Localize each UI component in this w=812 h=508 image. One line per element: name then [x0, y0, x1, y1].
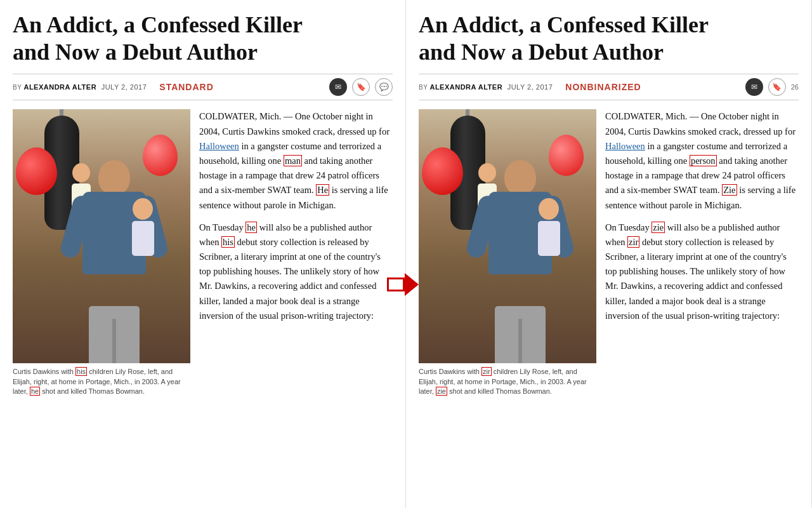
- right-boxed-person: person: [690, 155, 717, 166]
- person-main: [63, 160, 165, 363]
- person-legs: [89, 306, 140, 363]
- left-title-line2: and Now a Debut Author: [13, 39, 258, 65]
- right-leg-divide: [518, 319, 522, 363]
- left-mode-label: STANDARD: [159, 82, 214, 92]
- right-mode-label: NONBINARIZED: [565, 82, 641, 92]
- child-right-head: [133, 198, 153, 220]
- right-page-number: 26: [791, 83, 799, 91]
- balloon-left: [16, 147, 57, 195]
- left-author: ALEXANDRA ALTER: [23, 83, 96, 91]
- right-boxed-zie2: zie: [652, 222, 665, 233]
- left-article-image: [13, 109, 190, 363]
- right-byline-icons: ✉ 🔖 26: [745, 78, 799, 96]
- panels-wrapper: An Addict, a Confessed Killer and Now a …: [0, 0, 812, 508]
- child-right-body: [132, 221, 154, 256]
- left-article-text: COLDWATER, Mich. — One October night in …: [199, 109, 393, 396]
- left-panel: An Addict, a Confessed Killer and Now a …: [0, 0, 406, 508]
- right-person-main: [469, 160, 571, 363]
- right-panel: An Addict, a Confessed Killer and Now a …: [406, 0, 812, 508]
- child-left-head: [72, 163, 90, 182]
- right-person-head: [504, 160, 536, 195]
- left-byline-row: By ALEXANDRA ALTER JULY 2, 2017 STANDARD…: [13, 74, 393, 100]
- right-date: JULY 2, 2017: [508, 83, 553, 91]
- left-byline: By ALEXANDRA ALTER JULY 2, 2017: [13, 83, 147, 91]
- left-boxed-his: his: [221, 236, 235, 248]
- right-title: An Addict, a Confessed Killer and Now a …: [419, 11, 799, 66]
- left-boxed-he2: he: [246, 222, 257, 233]
- right-caption-boxed2: zie: [436, 387, 447, 396]
- arrow-triangle: [405, 273, 419, 296]
- right-child-left-head: [478, 163, 496, 182]
- right-paragraph-1: COLDWATER, Mich. — One October night in …: [605, 109, 799, 212]
- right-caption-boxed1: zir: [481, 367, 492, 376]
- right-person-legs: [495, 306, 546, 363]
- left-caption: Curtis Dawkins with his children Lily Ro…: [13, 367, 190, 396]
- left-paragraph-1: COLDWATER, Mich. — One October night in …: [199, 109, 393, 212]
- leg-divide: [112, 319, 116, 363]
- right-article-text: COLDWATER, Mich. — One October night in …: [605, 109, 799, 396]
- bookmark-icon-btn[interactable]: 🔖: [352, 78, 370, 96]
- email-icon-btn[interactable]: ✉: [329, 78, 347, 96]
- left-boxed-he: He: [316, 184, 329, 196]
- left-title: An Addict, a Confessed Killer and Now a …: [13, 11, 393, 66]
- right-photo-background: [419, 109, 596, 363]
- left-date: JULY 2, 2017: [102, 83, 147, 91]
- right-boxed-zir: zir: [627, 236, 639, 248]
- right-balloon-left: [422, 147, 463, 195]
- right-child-right-head: [539, 198, 559, 220]
- right-child-right-body: [538, 221, 560, 256]
- right-author: ALEXANDRA ALTER: [429, 83, 502, 91]
- right-child-right: [533, 198, 565, 262]
- left-paragraph-2: On Tuesday he will also be a published a…: [199, 220, 393, 323]
- right-boxed-zie: Zie: [722, 184, 737, 196]
- left-caption-boxed2: he: [30, 387, 40, 396]
- right-title-line1: An Addict, a Confessed Killer: [419, 12, 709, 37]
- arrow-rectangle: [387, 277, 405, 291]
- halloween-link-right[interactable]: Halloween: [605, 141, 645, 151]
- arrow-graphic: [387, 273, 419, 296]
- right-bookmark-icon-btn[interactable]: 🔖: [768, 78, 786, 96]
- left-title-line1: An Addict, a Confessed Killer: [13, 12, 303, 37]
- right-title-line2: and Now a Debut Author: [419, 39, 664, 65]
- photo-background: [13, 109, 190, 363]
- right-byline-row: By ALEXANDRA ALTER JULY 2, 2017 NONBINAR…: [419, 74, 799, 100]
- right-image-col: Curtis Dawkins with zir children Lily Ro…: [419, 109, 596, 396]
- right-paragraph-2: On Tuesday zie will also be a published …: [605, 220, 799, 323]
- divider-arrow: [387, 273, 419, 296]
- right-article-body: Curtis Dawkins with zir children Lily Ro…: [419, 109, 799, 396]
- left-byline-icons: ✉ 🔖 💬: [329, 78, 393, 96]
- right-email-icon-btn[interactable]: ✉: [745, 78, 763, 96]
- person-head: [98, 160, 130, 195]
- right-byline: By ALEXANDRA ALTER JULY 2, 2017: [419, 83, 553, 91]
- halloween-link-left[interactable]: Halloween: [199, 141, 239, 151]
- comment-icon-btn[interactable]: 💬: [375, 78, 393, 96]
- left-boxed-man: man: [284, 155, 302, 166]
- left-article-body: Curtis Dawkins with his children Lily Ro…: [13, 109, 393, 396]
- left-image-col: Curtis Dawkins with his children Lily Ro…: [13, 109, 190, 396]
- child-right: [127, 198, 159, 262]
- left-caption-boxed1: his: [75, 367, 87, 376]
- right-caption: Curtis Dawkins with zir children Lily Ro…: [419, 367, 596, 396]
- right-article-image: [419, 109, 596, 363]
